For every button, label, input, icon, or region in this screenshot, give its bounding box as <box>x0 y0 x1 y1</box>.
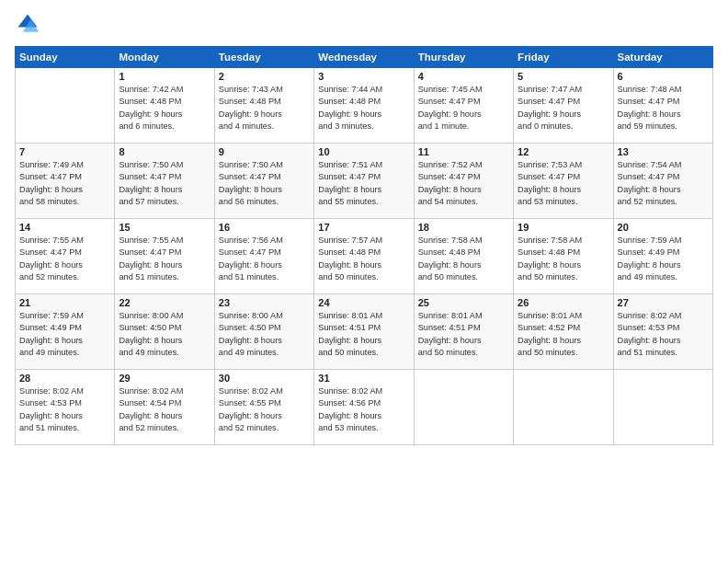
day-cell <box>613 370 712 445</box>
day-cell: 31Sunrise: 8:02 AM Sunset: 4:56 PM Dayli… <box>314 370 414 445</box>
logo-icon <box>15 11 40 37</box>
header-day-friday: Friday <box>514 47 613 68</box>
day-info: Sunrise: 7:50 AM Sunset: 4:47 PM Dayligh… <box>119 159 210 208</box>
day-info: Sunrise: 7:43 AM Sunset: 4:48 PM Dayligh… <box>219 84 310 132</box>
logo <box>15 11 44 37</box>
day-info: Sunrise: 7:55 AM Sunset: 4:47 PM Dayligh… <box>19 235 110 283</box>
day-cell: 17Sunrise: 7:57 AM Sunset: 4:48 PM Dayli… <box>314 219 414 294</box>
day-cell: 29Sunrise: 8:02 AM Sunset: 4:54 PM Dayli… <box>115 370 214 445</box>
day-info: Sunrise: 7:59 AM Sunset: 4:49 PM Dayligh… <box>618 235 709 283</box>
day-number: 13 <box>618 146 709 157</box>
day-number: 3 <box>318 71 409 82</box>
day-info: Sunrise: 8:00 AM Sunset: 4:50 PM Dayligh… <box>219 310 310 359</box>
header-row: SundayMondayTuesdayWednesdayThursdayFrid… <box>16 47 713 68</box>
day-number: 29 <box>119 373 210 384</box>
week-row-5: 28Sunrise: 8:02 AM Sunset: 4:53 PM Dayli… <box>16 370 713 445</box>
header-day-thursday: Thursday <box>414 47 513 68</box>
day-number: 11 <box>418 146 509 157</box>
day-info: Sunrise: 7:47 AM Sunset: 4:47 PM Dayligh… <box>518 84 609 132</box>
day-cell <box>514 370 613 445</box>
day-info: Sunrise: 7:58 AM Sunset: 4:48 PM Dayligh… <box>518 235 609 283</box>
day-number: 1 <box>119 71 210 82</box>
day-number: 26 <box>518 297 609 308</box>
day-number: 27 <box>618 297 709 308</box>
day-number: 4 <box>418 71 509 82</box>
day-info: Sunrise: 8:02 AM Sunset: 4:54 PM Dayligh… <box>119 385 210 434</box>
day-info: Sunrise: 7:57 AM Sunset: 4:48 PM Dayligh… <box>318 235 409 283</box>
day-info: Sunrise: 7:50 AM Sunset: 4:47 PM Dayligh… <box>219 159 310 208</box>
day-number: 9 <box>219 146 310 157</box>
day-number: 25 <box>418 297 509 308</box>
day-info: Sunrise: 7:59 AM Sunset: 4:49 PM Dayligh… <box>19 310 110 359</box>
day-info: Sunrise: 8:02 AM Sunset: 4:53 PM Dayligh… <box>618 310 709 359</box>
day-info: Sunrise: 8:02 AM Sunset: 4:55 PM Dayligh… <box>219 385 310 434</box>
day-cell: 18Sunrise: 7:58 AM Sunset: 4:48 PM Dayli… <box>414 219 513 294</box>
day-cell: 27Sunrise: 8:02 AM Sunset: 4:53 PM Dayli… <box>613 294 712 370</box>
day-number: 22 <box>119 297 210 308</box>
week-row-1: 1Sunrise: 7:42 AM Sunset: 4:48 PM Daylig… <box>16 68 713 144</box>
page: SundayMondayTuesdayWednesdayThursdayFrid… <box>0 0 728 563</box>
day-cell: 6Sunrise: 7:48 AM Sunset: 4:47 PM Daylig… <box>613 68 712 144</box>
header <box>15 11 713 37</box>
day-cell: 5Sunrise: 7:47 AM Sunset: 4:47 PM Daylig… <box>514 68 613 144</box>
day-number: 6 <box>618 71 709 82</box>
header-day-tuesday: Tuesday <box>214 47 313 68</box>
day-info: Sunrise: 8:00 AM Sunset: 4:50 PM Dayligh… <box>119 310 210 359</box>
calendar-table: SundayMondayTuesdayWednesdayThursdayFrid… <box>15 46 713 445</box>
day-number: 8 <box>119 146 210 157</box>
day-cell: 23Sunrise: 8:00 AM Sunset: 4:50 PM Dayli… <box>214 294 313 370</box>
day-info: Sunrise: 7:55 AM Sunset: 4:47 PM Dayligh… <box>119 235 210 283</box>
day-cell <box>414 370 513 445</box>
day-number: 14 <box>19 222 110 233</box>
week-row-4: 21Sunrise: 7:59 AM Sunset: 4:49 PM Dayli… <box>16 294 713 370</box>
day-cell: 3Sunrise: 7:44 AM Sunset: 4:48 PM Daylig… <box>314 68 414 144</box>
day-cell: 1Sunrise: 7:42 AM Sunset: 4:48 PM Daylig… <box>115 68 214 144</box>
day-number: 19 <box>518 222 609 233</box>
day-cell: 7Sunrise: 7:49 AM Sunset: 4:47 PM Daylig… <box>16 144 115 219</box>
day-info: Sunrise: 7:49 AM Sunset: 4:47 PM Dayligh… <box>19 159 110 208</box>
header-day-monday: Monday <box>115 47 214 68</box>
day-cell <box>16 68 115 144</box>
day-number: 28 <box>19 373 110 384</box>
day-number: 21 <box>19 297 110 308</box>
day-cell: 30Sunrise: 8:02 AM Sunset: 4:55 PM Dayli… <box>214 370 313 445</box>
day-number: 5 <box>518 71 609 82</box>
day-cell: 11Sunrise: 7:52 AM Sunset: 4:47 PM Dayli… <box>414 144 513 219</box>
day-info: Sunrise: 7:54 AM Sunset: 4:47 PM Dayligh… <box>618 159 709 208</box>
day-number: 12 <box>518 146 609 157</box>
day-number: 16 <box>219 222 310 233</box>
day-cell: 24Sunrise: 8:01 AM Sunset: 4:51 PM Dayli… <box>314 294 414 370</box>
day-info: Sunrise: 8:01 AM Sunset: 4:52 PM Dayligh… <box>518 310 609 359</box>
day-cell: 22Sunrise: 8:00 AM Sunset: 4:50 PM Dayli… <box>115 294 214 370</box>
day-info: Sunrise: 8:02 AM Sunset: 4:56 PM Dayligh… <box>318 385 409 434</box>
day-cell: 20Sunrise: 7:59 AM Sunset: 4:49 PM Dayli… <box>613 219 712 294</box>
day-cell: 10Sunrise: 7:51 AM Sunset: 4:47 PM Dayli… <box>314 144 414 219</box>
day-cell: 21Sunrise: 7:59 AM Sunset: 4:49 PM Dayli… <box>16 294 115 370</box>
day-number: 10 <box>318 146 409 157</box>
day-info: Sunrise: 7:44 AM Sunset: 4:48 PM Dayligh… <box>318 84 409 132</box>
header-day-wednesday: Wednesday <box>314 47 414 68</box>
week-row-2: 7Sunrise: 7:49 AM Sunset: 4:47 PM Daylig… <box>16 144 713 219</box>
day-info: Sunrise: 7:56 AM Sunset: 4:47 PM Dayligh… <box>219 235 310 283</box>
day-info: Sunrise: 7:53 AM Sunset: 4:47 PM Dayligh… <box>518 159 609 208</box>
day-number: 18 <box>418 222 509 233</box>
day-cell: 19Sunrise: 7:58 AM Sunset: 4:48 PM Dayli… <box>514 219 613 294</box>
day-number: 15 <box>119 222 210 233</box>
day-number: 30 <box>219 373 310 384</box>
day-info: Sunrise: 7:48 AM Sunset: 4:47 PM Dayligh… <box>618 84 709 132</box>
day-cell: 13Sunrise: 7:54 AM Sunset: 4:47 PM Dayli… <box>613 144 712 219</box>
day-cell: 16Sunrise: 7:56 AM Sunset: 4:47 PM Dayli… <box>214 219 313 294</box>
header-day-sunday: Sunday <box>16 47 115 68</box>
day-number: 2 <box>219 71 310 82</box>
day-number: 20 <box>618 222 709 233</box>
day-number: 23 <box>219 297 310 308</box>
day-cell: 8Sunrise: 7:50 AM Sunset: 4:47 PM Daylig… <box>115 144 214 219</box>
day-info: Sunrise: 7:52 AM Sunset: 4:47 PM Dayligh… <box>418 159 509 208</box>
day-cell: 12Sunrise: 7:53 AM Sunset: 4:47 PM Dayli… <box>514 144 613 219</box>
day-info: Sunrise: 8:01 AM Sunset: 4:51 PM Dayligh… <box>318 310 409 359</box>
day-number: 31 <box>318 373 409 384</box>
day-info: Sunrise: 7:42 AM Sunset: 4:48 PM Dayligh… <box>119 84 210 132</box>
day-info: Sunrise: 7:51 AM Sunset: 4:47 PM Dayligh… <box>318 159 409 208</box>
day-info: Sunrise: 8:02 AM Sunset: 4:53 PM Dayligh… <box>19 385 110 434</box>
day-cell: 2Sunrise: 7:43 AM Sunset: 4:48 PM Daylig… <box>214 68 313 144</box>
